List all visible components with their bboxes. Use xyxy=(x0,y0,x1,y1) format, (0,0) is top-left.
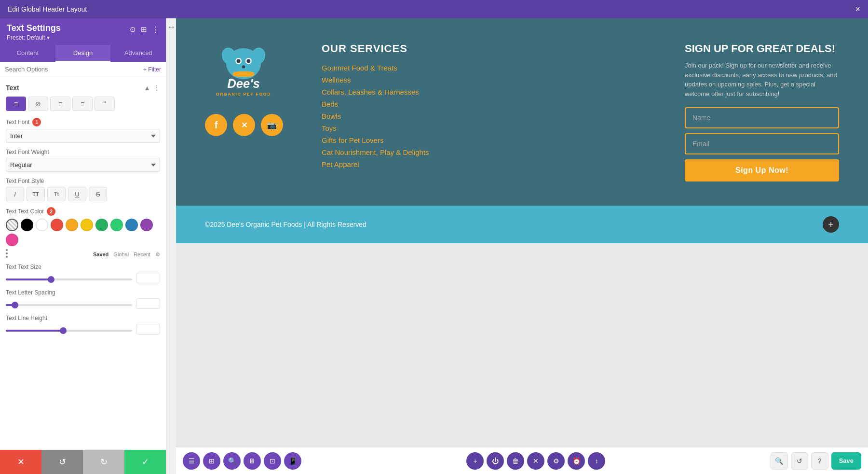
all-caps-button[interactable]: TT xyxy=(27,187,45,201)
align-center-button[interactable]: ≡ xyxy=(50,97,70,111)
name-input[interactable] xyxy=(685,107,839,128)
signup-description: Join our pack! Sign up for our newslette… xyxy=(685,61,839,98)
panel-tabs: Content Design Advanced xyxy=(0,45,166,62)
instagram-icon[interactable]: 📷 xyxy=(261,114,283,136)
color-swatch-black[interactable] xyxy=(21,219,33,231)
color-swatch-yellow[interactable] xyxy=(81,219,93,231)
letter-spacing-field: Text Letter Spacing 0px xyxy=(6,289,160,309)
align-quote-button[interactable]: " xyxy=(95,97,115,111)
text-font-style-field: Text Font Style I TT Tt U S xyxy=(6,178,160,201)
toolbar-add-button[interactable]: + xyxy=(466,452,484,470)
align-left-button[interactable]: ≡ xyxy=(6,97,26,111)
social-icons: f ✕ 📷 xyxy=(205,114,283,136)
tab-advanced[interactable]: Advanced xyxy=(110,45,166,62)
list-item[interactable]: Pet Apparel xyxy=(322,160,646,168)
section-more-icon[interactable]: ⋮ xyxy=(153,84,160,92)
email-input[interactable] xyxy=(685,133,839,154)
logo-wrapper: Dee's ORGANIC PET FOOD xyxy=(205,42,282,104)
toolbar-tablet-button[interactable]: ⊡ xyxy=(264,452,281,470)
text-size-slider[interactable] xyxy=(6,279,132,280)
letter-spacing-slider[interactable] xyxy=(6,304,132,306)
letter-spacing-value[interactable]: 0px xyxy=(136,298,160,309)
line-height-value[interactable]: 1.7em xyxy=(136,324,160,335)
toolbar-settings-button[interactable]: ⚙ xyxy=(547,452,565,470)
align-buttons-group: ≡ ⊘ ≡ ≡ " xyxy=(6,97,160,111)
list-item[interactable]: Cat Nourishment, Play & Delights xyxy=(322,148,646,156)
add-section-button[interactable]: + xyxy=(823,216,839,233)
cancel-button[interactable]: ✕ xyxy=(0,450,41,474)
toolbar-delete-button[interactable]: 🗑 xyxy=(507,452,524,470)
list-item[interactable]: Beds xyxy=(322,100,646,108)
panel-preset[interactable]: Preset: Default ▾ xyxy=(7,34,61,41)
panel-icon-more[interactable]: ⋮ xyxy=(152,25,159,34)
toolbar-mobile-button[interactable]: 📱 xyxy=(284,452,301,470)
toolbar-desktop-button[interactable]: 🖥 xyxy=(244,452,261,470)
toolbar-grid-button[interactable]: ⊞ xyxy=(203,452,220,470)
align-none-button[interactable]: ⊘ xyxy=(28,97,48,111)
strikethrough-button[interactable]: S xyxy=(89,187,107,201)
color-settings-icon[interactable]: ⚙ xyxy=(155,251,160,258)
twitter-icon[interactable]: ✕ xyxy=(233,114,255,136)
color-swatch-blue[interactable] xyxy=(125,219,138,231)
toolbar-arrange-button[interactable]: ↕ xyxy=(588,452,605,470)
underline-button[interactable]: U xyxy=(68,187,86,201)
tab-design[interactable]: Design xyxy=(55,45,111,62)
italic-button[interactable]: I xyxy=(6,187,24,201)
list-item[interactable]: Bowls xyxy=(322,112,646,120)
list-item[interactable]: Collars, Leashes & Harnesses xyxy=(322,88,646,96)
text-size-value[interactable]: 14px xyxy=(136,273,160,283)
color-swatch-green-dark[interactable] xyxy=(95,219,108,231)
color-swatch-pink[interactable] xyxy=(6,234,18,246)
list-item[interactable]: Wellness xyxy=(322,76,646,84)
color-swatch-green-light[interactable] xyxy=(110,219,123,231)
tab-content[interactable]: Content xyxy=(0,45,55,62)
list-item[interactable]: Gourmet Food & Treats xyxy=(322,64,646,72)
toolbar-close-button[interactable]: ✕ xyxy=(527,452,544,470)
color-tabs: Saved Global Recent ⚙ xyxy=(93,251,160,258)
toolbar-zoom-button[interactable]: 🔍 xyxy=(771,452,788,470)
redo-button[interactable]: ↻ xyxy=(83,450,124,474)
panel-search-bar: + Filter xyxy=(0,62,166,77)
svg-point-9 xyxy=(233,72,238,77)
line-height-slider[interactable] xyxy=(6,330,132,332)
color-swatch-pattern[interactable] xyxy=(6,219,18,231)
recent-tab[interactable]: Recent xyxy=(134,251,150,257)
color-swatch-orange[interactable] xyxy=(66,219,78,231)
toolbar-history-button[interactable]: ↺ xyxy=(791,452,808,470)
signup-button[interactable]: Sign Up Now! xyxy=(685,159,839,181)
toolbar-timer-button[interactable]: ⏰ xyxy=(568,452,585,470)
resize-handle[interactable]: ↔ xyxy=(166,18,176,36)
toolbar-menu-button[interactable]: ☰ xyxy=(183,452,200,470)
left-panel: Text Settings Preset: Default ▾ ⊙ ⊞ ⋮ Co… xyxy=(0,18,166,474)
text-font-select[interactable]: Inter Roboto Open Sans xyxy=(6,129,160,143)
filter-button[interactable]: + Filter xyxy=(143,66,161,73)
close-button[interactable]: × xyxy=(855,5,860,14)
footer-bottom: ©2025 Dee's Organic Pet Foods | All Righ… xyxy=(176,206,868,243)
title-case-button[interactable]: Tt xyxy=(47,187,66,201)
svg-rect-8 xyxy=(235,71,252,77)
panel-icon-grid[interactable]: ⊞ xyxy=(141,25,147,34)
saved-tab[interactable]: Saved xyxy=(93,251,108,257)
section-collapse-icon[interactable]: ▲ xyxy=(144,84,150,92)
list-item[interactable]: Gifts for Pet Lovers xyxy=(322,136,646,144)
letter-spacing-slider-container xyxy=(6,299,132,308)
search-input[interactable] xyxy=(5,66,140,73)
toolbar-help-button[interactable]: ? xyxy=(811,452,828,470)
toolbar-search-button[interactable]: 🔍 xyxy=(223,452,241,470)
more-colors-dots[interactable] xyxy=(6,249,8,258)
confirm-button[interactable]: ✓ xyxy=(124,450,166,474)
color-swatch-purple[interactable] xyxy=(140,219,153,231)
toolbar-power-button[interactable]: ⏻ xyxy=(487,452,504,470)
global-tab[interactable]: Global xyxy=(113,251,129,257)
panel-icon-circle[interactable]: ⊙ xyxy=(130,25,136,34)
facebook-icon[interactable]: f xyxy=(205,114,227,136)
line-height-field: Text Line Height 1.7em xyxy=(6,315,160,335)
text-font-weight-select[interactable]: Regular Bold Light xyxy=(6,158,160,172)
svg-point-6 xyxy=(246,59,250,63)
undo-button[interactable]: ↺ xyxy=(41,450,83,474)
list-item[interactable]: Toys xyxy=(322,124,646,132)
align-right-button[interactable]: ≡ xyxy=(72,97,93,111)
save-button[interactable]: Save xyxy=(831,452,861,470)
color-swatch-white[interactable] xyxy=(36,219,48,231)
color-swatch-red[interactable] xyxy=(51,219,63,231)
